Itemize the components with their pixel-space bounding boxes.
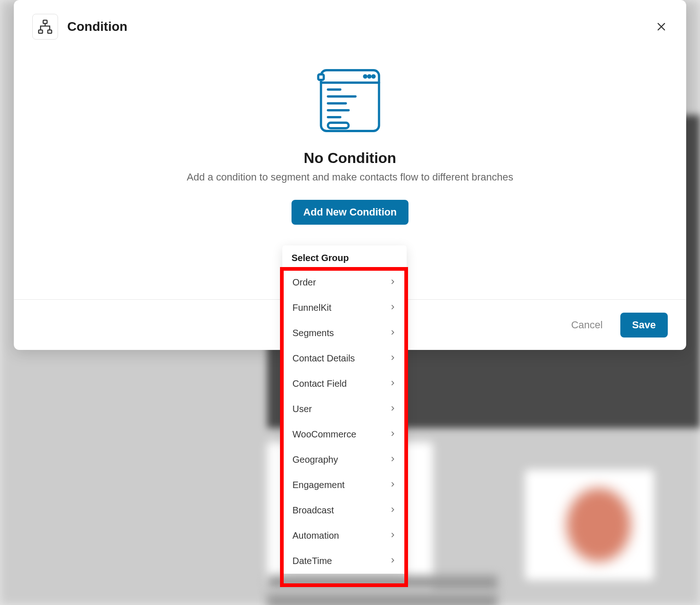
chevron-right-icon [389, 404, 397, 414]
dropdown-item-label: Contact Field [292, 378, 347, 389]
modal-header: Condition [14, 0, 686, 40]
chevron-right-icon [389, 530, 397, 541]
close-button[interactable] [655, 20, 668, 33]
dropdown-item-label: Order [292, 277, 316, 288]
dropdown-item-label: Contact Details [292, 353, 355, 364]
chevron-right-icon [389, 429, 397, 440]
dropdown-item-broadcast[interactable]: Broadcast [282, 498, 407, 523]
svg-rect-4 [318, 75, 324, 80]
modal-title: Condition [67, 19, 128, 34]
background-blob [566, 488, 631, 562]
dropdown-header: Select Group [282, 245, 407, 270]
empty-state-title: No Condition [14, 150, 686, 167]
chevron-right-icon [389, 302, 397, 313]
dropdown-item-geography[interactable]: Geography [282, 447, 407, 472]
browser-window-illustration [14, 67, 686, 136]
svg-rect-0 [43, 20, 47, 23]
dropdown-item-label: FunnelKit [292, 302, 332, 313]
svg-rect-8 [328, 123, 349, 128]
dropdown-item-contact-field[interactable]: Contact Field [282, 371, 407, 396]
chevron-right-icon [389, 556, 397, 566]
dropdown-item-label: Engagement [292, 480, 344, 490]
svg-point-7 [364, 76, 367, 78]
chevron-right-icon [389, 378, 397, 389]
dropdown-item-segments[interactable]: Segments [282, 320, 407, 346]
cancel-button[interactable]: Cancel [563, 314, 611, 337]
chevron-right-icon [389, 353, 397, 364]
background-text-line [267, 576, 497, 589]
save-button[interactable]: Save [620, 313, 668, 337]
dropdown-item-label: Segments [292, 328, 334, 338]
dropdown-item-automation[interactable]: Automation [282, 523, 407, 548]
svg-rect-2 [48, 30, 52, 33]
chevron-right-icon [389, 454, 397, 465]
chevron-right-icon [389, 277, 397, 288]
svg-point-6 [373, 76, 375, 78]
dropdown-item-datetime[interactable]: DateTime [282, 548, 407, 574]
dropdown-item-label: DateTime [292, 556, 332, 566]
dropdown-item-woocommerce[interactable]: WooCommerce [282, 422, 407, 447]
dropdown-item-order[interactable]: Order [282, 270, 407, 295]
dropdown-item-label: Geography [292, 454, 338, 465]
select-group-dropdown: Select Group Order FunnelKit Segments Co… [282, 245, 407, 574]
svg-rect-1 [39, 30, 43, 33]
dropdown-item-label: User [292, 404, 312, 414]
dropdown-item-user[interactable]: User [282, 396, 407, 422]
chevron-right-icon [389, 480, 397, 490]
dropdown-list: Order FunnelKit Segments Contact Details… [282, 270, 407, 574]
chevron-right-icon [389, 328, 397, 338]
svg-point-5 [368, 76, 371, 78]
close-icon [655, 20, 668, 33]
dropdown-item-engagement[interactable]: Engagement [282, 472, 407, 498]
dropdown-item-label: Broadcast [292, 505, 334, 516]
add-new-condition-button[interactable]: Add New Condition [292, 200, 409, 225]
chevron-right-icon [389, 505, 397, 516]
dropdown-item-label: WooCommerce [292, 429, 356, 440]
dropdown-item-label: Automation [292, 530, 339, 541]
background-text-line [267, 594, 497, 605]
dropdown-item-contact-details[interactable]: Contact Details [282, 346, 407, 371]
dropdown-item-funnelkit[interactable]: FunnelKit [282, 295, 407, 320]
condition-icon [32, 14, 58, 40]
empty-state-subtitle: Add a condition to segment and make cont… [14, 171, 686, 183]
modal-body: No Condition Add a condition to segment … [14, 40, 686, 225]
